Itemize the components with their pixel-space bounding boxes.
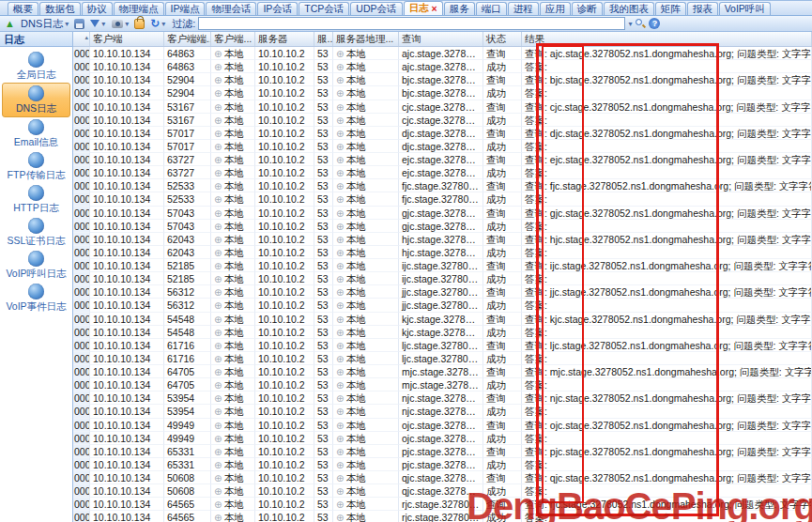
cell-result: 答案: bbox=[522, 86, 812, 100]
table-row[interactable]: 00010.10.10.13453954⊕本地10.10.10.253⊕本地nj… bbox=[73, 392, 812, 405]
table-row[interactable]: 00010.10.10.13465331⊕本地10.10.10.253⊕本地pj… bbox=[73, 458, 812, 471]
table-row[interactable]: 00010.10.10.13461716⊕本地10.10.10.253⊕本地lj… bbox=[73, 339, 812, 352]
tab-close-icon[interactable]: × bbox=[432, 3, 437, 14]
save-button[interactable] bbox=[73, 18, 85, 30]
tab-服务[interactable]: 服务 bbox=[444, 2, 475, 15]
column-header-客户端...[interactable]: 客户端... bbox=[211, 32, 255, 46]
table-row[interactable]: 00010.10.10.13463727⊕本地10.10.10.253⊕本地ej… bbox=[73, 166, 812, 179]
column-header-服务器[interactable]: 服务器 bbox=[255, 32, 314, 46]
tab-我的图表[interactable]: 我的图表 bbox=[604, 2, 654, 15]
help-icon[interactable]: ? bbox=[649, 18, 660, 29]
tab-IP会话[interactable]: IP会话 bbox=[257, 2, 298, 15]
table-row[interactable]: 00010.10.10.13453954⊕本地10.10.10.253⊕本地nj… bbox=[73, 405, 812, 418]
tab-矩阵[interactable]: 矩阵 bbox=[655, 2, 686, 15]
globe-icon: ⊕ bbox=[214, 392, 222, 404]
tab-UDP会话[interactable]: UDP会话 bbox=[350, 2, 402, 15]
cell-status: 查询 bbox=[483, 419, 522, 432]
table-row[interactable]: 00010.10.10.13452904⊕本地10.10.10.253⊕本地bj… bbox=[73, 73, 812, 86]
cell-server: 10.10.10.2 bbox=[255, 86, 314, 100]
column-header-查询[interactable]: 查询 bbox=[399, 32, 483, 46]
column-header-服务器地理...[interactable]: 服务器地理... bbox=[333, 32, 399, 46]
table-row[interactable]: 00010.10.10.13465331⊕本地10.10.10.253⊕本地pj… bbox=[73, 445, 812, 458]
tab-诊断[interactable]: 诊断 bbox=[572, 2, 603, 15]
table-row[interactable]: 00010.10.10.13456312⊕本地10.10.10.253⊕本地jj… bbox=[73, 285, 812, 299]
column-header-结果[interactable]: 结果 bbox=[522, 32, 812, 46]
column-header-客户端端...[interactable]: 客户端端... bbox=[164, 32, 211, 46]
tab-IP端点[interactable]: IP端点 bbox=[165, 2, 206, 15]
filter-input[interactable] bbox=[198, 17, 625, 30]
sidebar-item-SSL证书日志[interactable]: SSL证书日志 bbox=[2, 216, 70, 249]
cell-result: 查询: mjc.stage.3278052.ns1.dongmahesha.or… bbox=[522, 365, 812, 378]
table-row[interactable]: 00010.10.10.13463727⊕本地10.10.10.253⊕本地ej… bbox=[73, 153, 812, 166]
cell-client-port: 53954 bbox=[164, 392, 211, 405]
table-row[interactable]: 00010.10.10.13450608⊕本地10.10.10.253⊕本地qj… bbox=[73, 484, 812, 498]
cell-result: 答案: bbox=[522, 166, 812, 179]
lock-button[interactable] bbox=[133, 18, 146, 30]
tab-物理端点[interactable]: 物理端点 bbox=[114, 2, 164, 15]
filter-menu-button[interactable]: ▾ bbox=[88, 17, 107, 31]
table-row[interactable]: 00010.10.10.13464705⊕本地10.10.10.253⊕本地mj… bbox=[73, 378, 812, 392]
globe-icon: ⊕ bbox=[336, 74, 345, 85]
table-row[interactable]: 00010.10.10.13464705⊕本地10.10.10.253⊕本地mj… bbox=[73, 365, 812, 378]
table-row[interactable]: 00010.10.10.13464565⊕本地10.10.10.253⊕本地rj… bbox=[73, 498, 812, 511]
sidebar-item-DNS日志[interactable]: DNS日志 bbox=[2, 83, 70, 117]
tab-进程[interactable]: 进程 bbox=[508, 2, 539, 15]
table-row[interactable]: 00010.10.10.13452185⊕本地10.10.10.253⊕本地ij… bbox=[73, 259, 812, 272]
table-row[interactable]: 00010.10.10.13452533⊕本地10.10.10.253⊕本地fj… bbox=[73, 192, 812, 206]
sidebar-item-FTP传输日志[interactable]: FTP传输日志 bbox=[2, 150, 70, 183]
globe-icon: ⊕ bbox=[336, 260, 345, 271]
collapse-panel-icon[interactable]: ▲ bbox=[4, 18, 16, 30]
sidebar-item-VoIP呼叫日志[interactable]: VoIP呼叫日志 bbox=[2, 249, 70, 282]
globe-icon: ⊕ bbox=[214, 48, 222, 59]
column-header-客户端[interactable]: 客户端 bbox=[90, 32, 164, 46]
table-row[interactable]: 00010.10.10.13464863⊕本地10.10.10.253⊕本地aj… bbox=[73, 60, 812, 73]
export-menu-button[interactable]: ▾ bbox=[110, 17, 130, 31]
table-row[interactable]: 00010.10.10.13453167⊕本地10.10.10.253⊕本地cj… bbox=[73, 100, 812, 114]
sidebar-item-Email信息[interactable]: Email信息 bbox=[2, 117, 70, 150]
table-row[interactable]: 00010.10.10.13464863⊕本地10.10.10.253⊕本地aj… bbox=[73, 47, 812, 60]
table-row[interactable]: 00010.10.10.13461716⊕本地10.10.10.253⊕本地lj… bbox=[73, 352, 812, 365]
tab-VoIP呼叫[interactable]: VoIP呼叫 bbox=[719, 2, 771, 15]
tab-端口[interactable]: 端口 bbox=[476, 2, 507, 15]
tab-数据包[interactable]: 数据包 bbox=[39, 2, 81, 15]
table-row[interactable]: 00010.10.10.13452904⊕本地10.10.10.253⊕本地bj… bbox=[73, 86, 812, 100]
table-row[interactable]: 00010.10.10.13449949⊕本地10.10.10.253⊕本地oj… bbox=[73, 419, 812, 432]
tab-日志[interactable]: 日志× bbox=[404, 1, 443, 15]
tab-报表[interactable]: 报表 bbox=[687, 2, 718, 15]
tab-概要[interactable]: 概要 bbox=[8, 2, 38, 15]
sidebar-item-HTTP日志[interactable]: HTTP日志 bbox=[2, 183, 70, 216]
table-row[interactable]: 00010.10.10.13454548⊕本地10.10.10.253⊕本地kj… bbox=[73, 313, 812, 326]
globe-icon: ⊕ bbox=[336, 406, 345, 417]
cell-status: 查询 bbox=[483, 179, 522, 192]
sidebar-item-全局日志[interactable]: 全局日志 bbox=[2, 50, 70, 83]
globe-icon: ⊕ bbox=[214, 353, 222, 364]
table-row[interactable]: 00010.10.10.13453167⊕本地10.10.10.253⊕本地cj… bbox=[73, 114, 812, 127]
table-row[interactable]: 00010.10.10.13457043⊕本地10.10.10.253⊕本地gj… bbox=[73, 220, 812, 233]
refresh-menu-button[interactable]: ↻ ▾ bbox=[148, 17, 167, 31]
table-row[interactable]: 00010.10.10.13456312⊕本地10.10.10.253⊕本地jj… bbox=[73, 299, 812, 312]
table-row[interactable]: 00010.10.10.13452533⊕本地10.10.10.253⊕本地fj… bbox=[73, 179, 812, 192]
cell-client-port: 52185 bbox=[164, 272, 211, 285]
tab-物理会话[interactable]: 物理会话 bbox=[206, 2, 256, 15]
tab-协议[interactable]: 协议 bbox=[82, 2, 113, 15]
table-row[interactable]: 00010.10.10.13457043⊕本地10.10.10.253⊕本地gj… bbox=[73, 207, 812, 220]
cell-result: 查询: ljc.stage.3278052.ns1.dongmahesha.or… bbox=[522, 339, 812, 352]
column-header-服...[interactable]: 服... bbox=[314, 32, 333, 46]
table-row[interactable]: 00010.10.10.13450608⊕本地10.10.10.253⊕本地qj… bbox=[73, 471, 812, 484]
table-row[interactable]: 00010.10.10.13457017⊕本地10.10.10.253⊕本地dj… bbox=[73, 140, 812, 153]
column-header-time[interactable]: ▴ bbox=[73, 32, 90, 46]
tab-应用[interactable]: 应用 bbox=[540, 2, 571, 15]
table-row[interactable]: 00010.10.10.13452185⊕本地10.10.10.253⊕本地ij… bbox=[73, 272, 812, 285]
search-icon[interactable] bbox=[635, 18, 646, 29]
log-type-dropdown[interactable]: DNS日志 ▾ bbox=[19, 17, 70, 31]
table-row[interactable]: 00010.10.10.13454548⊕本地10.10.10.253⊕本地kj… bbox=[73, 326, 812, 339]
filter-history-dropdown-icon[interactable]: ▾ bbox=[628, 20, 632, 28]
table-row[interactable]: 00010.10.10.13462043⊕本地10.10.10.253⊕本地hj… bbox=[73, 246, 812, 259]
table-row[interactable]: 00010.10.10.13464565⊕本地10.10.10.253⊕本地rj… bbox=[73, 511, 812, 522]
table-row[interactable]: 00010.10.10.13449949⊕本地10.10.10.253⊕本地oj… bbox=[73, 432, 812, 445]
table-row[interactable]: 00010.10.10.13457017⊕本地10.10.10.253⊕本地dj… bbox=[73, 127, 812, 140]
tab-TCP会话[interactable]: TCP会话 bbox=[299, 2, 349, 15]
sidebar-item-VoIP事件日志[interactable]: VoIP事件日志 bbox=[2, 282, 70, 315]
column-header-状态[interactable]: 状态 bbox=[483, 32, 522, 46]
table-row[interactable]: 00010.10.10.13462043⊕本地10.10.10.253⊕本地hj… bbox=[73, 233, 812, 246]
